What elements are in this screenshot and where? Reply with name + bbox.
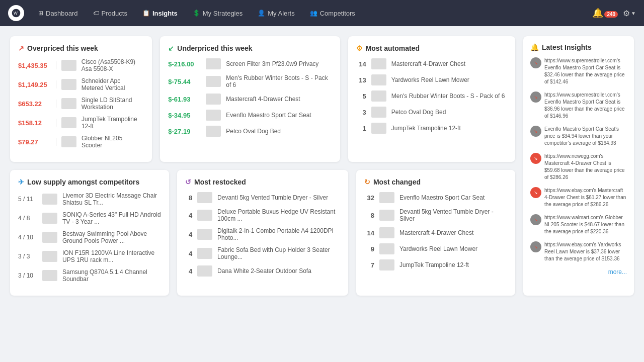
insight-text-2: Evenflo Maestro Sport Car Seat's price i… bbox=[544, 126, 627, 147]
insight-arrow-icon: ↘ bbox=[534, 217, 538, 222]
restock-row-0[interactable]: 8 Devanti 5kg Vented Tumble Dryer - Silv… bbox=[185, 192, 340, 203]
changed-row-4[interactable]: 7 JumpTek Trampoline 12-ft bbox=[364, 259, 507, 270]
nav-dashboard[interactable]: ⊞ Dashboard bbox=[32, 7, 84, 20]
insights-bell-icon: 🔔 bbox=[530, 43, 539, 51]
underpriced-row-4[interactable]: $-27.19 Petco Oval Dog Bed bbox=[168, 126, 332, 137]
product-thumb bbox=[197, 192, 212, 203]
underpriced-card: ↙ Underpriced this week $-216.00 Screen … bbox=[160, 36, 340, 162]
product-thumb bbox=[206, 58, 221, 69]
product-thumb bbox=[197, 229, 212, 240]
product-thumb bbox=[371, 58, 386, 69]
overpriced-card: ↗ Overpriced this week $1,435.35 Cisco (… bbox=[10, 36, 152, 162]
changed-row-0[interactable]: 32 Evenflo Maestro Sport Car Seat bbox=[364, 192, 507, 203]
product-thumb bbox=[61, 117, 76, 128]
product-thumb bbox=[42, 251, 57, 262]
separator bbox=[56, 138, 56, 146]
automated-row-4[interactable]: 1 JumpTek Trampoline 12-ft bbox=[356, 123, 507, 134]
restock-row-2[interactable]: 4 Digitalk 2-in-1 Combo Portable A4 1200… bbox=[185, 227, 340, 241]
underpriced-icon: ↙ bbox=[168, 44, 174, 52]
product-thumb bbox=[379, 227, 394, 238]
nav-my-alerts[interactable]: 👤 My Alerts bbox=[252, 7, 300, 20]
insight-text-3: https://www.newegg.com's Mastercraft 4-D… bbox=[544, 153, 627, 181]
automated-card: ⚙ Most automated 14 Mastercraft 4-Drawer… bbox=[348, 36, 515, 162]
nav-insights[interactable]: 📋 Insights bbox=[136, 7, 184, 20]
top-row: ↗ Overpriced this week $1,435.35 Cisco (… bbox=[10, 36, 515, 162]
separator bbox=[56, 100, 56, 108]
insight-text-0: https://www.supremestroller.com's Evenfl… bbox=[544, 57, 627, 85]
product-thumb bbox=[206, 94, 221, 105]
supply-row-0[interactable]: 5 / 11 Livemor 3D Electric Massage Chair… bbox=[18, 192, 161, 206]
product-thumb bbox=[379, 259, 394, 270]
changed-row-3[interactable]: 9 Yardworks Reel Lawn Mower bbox=[364, 243, 507, 254]
insight-dot-5: ↘ bbox=[530, 214, 541, 225]
separator bbox=[56, 61, 56, 69]
automated-row-0[interactable]: 14 Mastercraft 4-Drawer Chest bbox=[356, 58, 507, 69]
automated-row-3[interactable]: 3 Petco Oval Dog Bed bbox=[356, 107, 507, 118]
overpriced-row-1[interactable]: $1,149.25 Schneider Apc Metered Vertical bbox=[18, 77, 144, 92]
underpriced-row-3[interactable]: $-34.95 Evenflo Maestro Sport Car Seat bbox=[168, 110, 332, 121]
restocked-title: ↺ Most restocked bbox=[185, 178, 340, 186]
more-link[interactable]: more... bbox=[530, 268, 627, 276]
product-thumb bbox=[371, 123, 386, 134]
dashboard-icon: ⊞ bbox=[38, 10, 43, 17]
insight-dot-2: ↘ bbox=[530, 126, 541, 137]
low-supply-card: ✈ Low supply amongst competitors 5 / 11 … bbox=[10, 170, 169, 296]
overpriced-row-4[interactable]: $79.27 Globber NL205 Scooter bbox=[18, 135, 144, 149]
product-thumb bbox=[197, 248, 212, 259]
overpriced-row-3[interactable]: $158.12 JumpTek Trampoline 12-ft bbox=[18, 116, 144, 130]
insight-item-4[interactable]: ↘ https://www.ebay.com's Mastercraft 4-D… bbox=[530, 187, 627, 208]
supply-row-2[interactable]: 4 / 10 Bestway Swimming Pool Above Groun… bbox=[18, 230, 161, 244]
overpriced-icon: ↗ bbox=[18, 44, 24, 52]
overpriced-title: ↗ Overpriced this week bbox=[18, 44, 144, 52]
changed-row-2[interactable]: 14 Mastercraft 4-Drawer Chest bbox=[364, 227, 507, 238]
insights-panel-title: 🔔 Latest Insights bbox=[530, 43, 627, 51]
overpriced-row-0[interactable]: $1,435.35 Cisco (Asa5508-K9) Asa 5508-X bbox=[18, 58, 144, 72]
insight-item-6[interactable]: ↘ https://www.ebay.com's Yardworks Reel … bbox=[530, 241, 627, 262]
insight-dot-4: ↘ bbox=[530, 187, 541, 198]
nav-my-strategies[interactable]: 💲 My Strategies bbox=[187, 7, 249, 20]
product-thumb bbox=[42, 270, 57, 281]
separator bbox=[56, 80, 56, 88]
supply-row-3[interactable]: 3 / 3 ION F15R 1200VA Line Interactive U… bbox=[18, 249, 161, 263]
insight-item-5[interactable]: ↘ https://www.walmart.com's Globber NL20… bbox=[530, 214, 627, 235]
product-thumb bbox=[379, 243, 394, 254]
bottom-row: ✈ Low supply amongst competitors 5 / 11 … bbox=[10, 170, 515, 296]
supply-row-1[interactable]: 4 / 8 SONIQ A-Series 43" Full HD Android… bbox=[18, 211, 161, 225]
automated-row-2[interactable]: 5 Men's Rubber Winter Boots - S - Pack o… bbox=[356, 90, 507, 102]
insight-item-1[interactable]: ↘ https://www.supremestroller.com's Even… bbox=[530, 92, 627, 120]
bell-button[interactable]: 🔔240 bbox=[592, 8, 618, 19]
supply-row-4[interactable]: 3 / 10 Samsung Q870A 5.1.4 Channel Sound… bbox=[18, 268, 161, 283]
main-content: ↗ Overpriced this week $1,435.35 Cisco (… bbox=[0, 26, 644, 306]
underpriced-row-2[interactable]: $-61.93 Mastercraft 4-Drawer Chest bbox=[168, 94, 332, 105]
changed-title: ↻ Most changed bbox=[364, 178, 507, 186]
restock-row-1[interactable]: 4 Deluxe Portable Buxus Hedge UV Resista… bbox=[185, 208, 340, 222]
nav-competitors[interactable]: 👥 Competitors bbox=[304, 7, 361, 20]
insight-arrow-icon: ↘ bbox=[534, 60, 538, 65]
settings-button[interactable]: ⚙ ▼ bbox=[623, 9, 636, 18]
product-thumb bbox=[371, 107, 386, 118]
product-thumb bbox=[42, 213, 57, 224]
changed-row-1[interactable]: 8 Devanti 5kg Vented Tumble Dryer - Silv… bbox=[364, 208, 507, 222]
insight-text-1: https://www.supremestroller.com's Evenfl… bbox=[544, 92, 627, 120]
product-thumb bbox=[197, 210, 212, 221]
restock-row-3[interactable]: 4 Fabric Sofa Bed with Cup Holder 3 Seat… bbox=[185, 246, 340, 260]
insight-item-3[interactable]: ↘ https://www.newegg.com's Mastercraft 4… bbox=[530, 153, 627, 181]
underpriced-row-1[interactable]: $-75.44 Men's Rubber Winter Boots - S - … bbox=[168, 74, 332, 88]
products-icon: 🏷 bbox=[93, 10, 99, 17]
underpriced-title: ↙ Underpriced this week bbox=[168, 44, 332, 52]
automated-row-1[interactable]: 13 Yardworks Reel Lawn Mower bbox=[356, 74, 507, 85]
underpriced-row-0[interactable]: $-216.00 Screen Filter 3m Pf23.0w9 Priva… bbox=[168, 58, 332, 69]
product-thumb bbox=[42, 194, 57, 205]
insight-arrow-icon: ↘ bbox=[534, 129, 538, 134]
insight-item-2[interactable]: ↘ Evenflo Maestro Sport Car Seat's price… bbox=[530, 126, 627, 147]
left-content: ↗ Overpriced this week $1,435.35 Cisco (… bbox=[10, 36, 515, 296]
insight-item-0[interactable]: ↘ https://www.supremestroller.com's Even… bbox=[530, 57, 627, 85]
product-thumb bbox=[379, 210, 394, 221]
nav-products[interactable]: 🏷 Products bbox=[87, 7, 133, 20]
svg-text:W: W bbox=[14, 11, 18, 16]
overpriced-row-2[interactable]: $653.22 Single LD SitStand Workstation bbox=[18, 97, 144, 111]
alerts-nav-icon: 👤 bbox=[258, 10, 265, 17]
restock-row-4[interactable]: 4 Dana White 2-Seater Outdoor Sofa bbox=[185, 265, 340, 277]
changed-icon: ↻ bbox=[364, 178, 370, 186]
low-supply-icon: ✈ bbox=[18, 178, 24, 186]
